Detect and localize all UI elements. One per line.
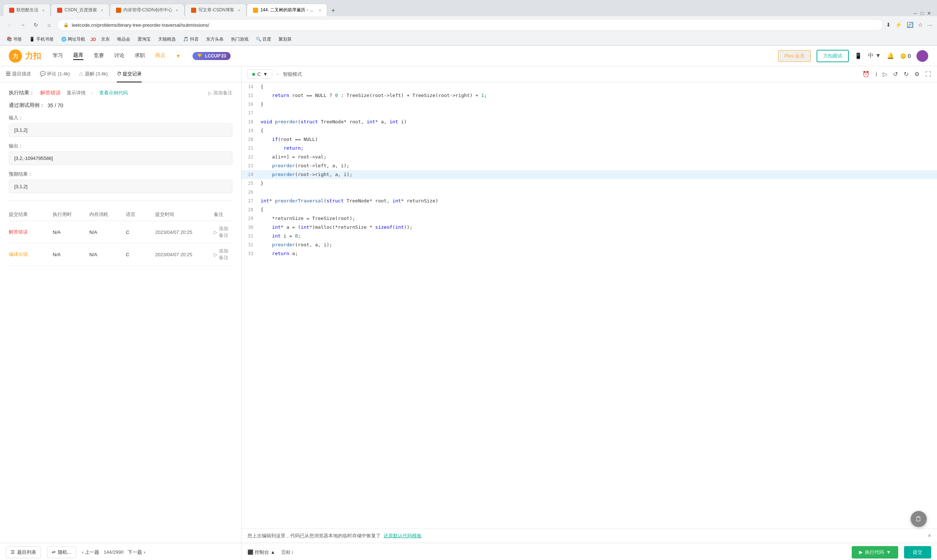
- row1-submitted: 2023/04/07 20:25: [155, 229, 214, 235]
- new-tab-button[interactable]: +: [328, 5, 338, 16]
- address-input[interactable]: 🔒 leetcode.cn/problems/binary-tree-preor…: [57, 19, 883, 31]
- forward-button[interactable]: →: [18, 20, 28, 30]
- fullscreen-icon[interactable]: ⛶: [925, 71, 931, 78]
- expected-section: 预期结果： [3,1,2]: [9, 171, 232, 193]
- logo-icon: 力: [9, 49, 22, 63]
- bookmark-nav[interactable]: 🌐 网址导航: [59, 35, 88, 43]
- update-icon[interactable]: 🔄: [906, 22, 914, 28]
- problem-list-button[interactable]: ☰ 题目列表: [6, 546, 41, 558]
- solutions-icon: △: [79, 71, 83, 77]
- lang-selector-icon[interactable]: 中 ▼: [868, 52, 881, 60]
- tab-comments[interactable]: 💬 评论 (1.4k): [40, 66, 70, 82]
- bookmarks-bar: 📚 书签 📱 手机书签 🌐 网址导航 JD 京东 唯品会 爱淘宝 天猫精选 🎵 …: [0, 34, 937, 45]
- console-button[interactable]: ⬛ 控制台 ▲: [248, 549, 275, 555]
- nav-study[interactable]: 学习: [53, 52, 63, 60]
- close-button[interactable]: ✕: [927, 11, 931, 16]
- random-icon: ⇌: [52, 549, 55, 555]
- play-icon[interactable]: ▷: [883, 71, 887, 78]
- list-icon: ☰: [11, 549, 15, 555]
- tab-close-3[interactable]: ×: [176, 8, 178, 12]
- panel-tabs: ☰ 题目描述 💬 评论 (1.4k) △ 题解 (3.4k) ⏱ 提交记录: [0, 66, 241, 82]
- row2-status[interactable]: 编译出错: [9, 251, 53, 258]
- tab-close-4[interactable]: ×: [238, 8, 240, 12]
- nav-discuss[interactable]: 讨论: [114, 52, 125, 60]
- maximize-button[interactable]: □: [920, 11, 923, 16]
- favorites-icon[interactable]: ☆: [918, 22, 923, 28]
- row2-note[interactable]: ▷ 添加备注: [214, 248, 232, 261]
- phone-icon[interactable]: 📱: [855, 52, 862, 59]
- prev-button[interactable]: ‹ 上一题: [82, 549, 99, 555]
- avatar[interactable]: [917, 50, 928, 62]
- nav-contest[interactable]: 竞赛: [94, 52, 104, 60]
- bookmark-vip[interactable]: 唯品会: [115, 35, 132, 43]
- add-note-btn[interactable]: ▷ 添加备注: [208, 90, 232, 96]
- bookmark-eastmoney[interactable]: 东方头条: [204, 35, 226, 43]
- settings-icon[interactable]: ⋯: [927, 22, 932, 28]
- tab-3[interactable]: 内容管理-CSDN创作中心 ×: [110, 4, 185, 16]
- bookmark-taobao[interactable]: 爱淘宝: [135, 35, 153, 43]
- run-code-button[interactable]: ▶ 执行代码 ▼: [852, 546, 898, 558]
- bookmark-tmall[interactable]: 天猫精选: [156, 35, 178, 43]
- notification-link[interactable]: 还原默认代码模板: [383, 532, 422, 539]
- plus-button[interactable]: Plus 会员: [778, 50, 811, 62]
- info-icon[interactable]: i: [875, 71, 877, 78]
- extension-icon[interactable]: ⚡: [895, 22, 902, 28]
- nav-problems[interactable]: 题库: [73, 52, 83, 60]
- undo-icon[interactable]: ↺: [893, 71, 898, 78]
- bookmark-baidu[interactable]: 🔍 百度: [254, 35, 274, 43]
- view-code-link[interactable]: 查看示例代码: [99, 90, 128, 96]
- code-line-14: 14 {: [242, 82, 937, 91]
- tab-close-5[interactable]: ×: [319, 8, 321, 12]
- home-button[interactable]: ⌂: [44, 20, 54, 30]
- tab-5[interactable]: 144. 二叉树的前序遍历 - 力扣 (L... ×: [247, 4, 327, 16]
- line-content-33: return a;: [259, 249, 937, 258]
- bookmark-douyin[interactable]: 🎵 抖音: [181, 35, 201, 43]
- tab-1[interactable]: 联想酷生活 ×: [3, 4, 51, 16]
- tab-problem-desc[interactable]: ☰ 题目描述: [6, 66, 31, 82]
- back-button[interactable]: ←: [5, 20, 15, 30]
- tab-4[interactable]: 写文章-CSDN博客 ×: [185, 4, 246, 16]
- bookmark-juhuasuan[interactable]: 聚划算: [276, 35, 294, 43]
- nav-jobs[interactable]: 求职: [135, 52, 145, 60]
- tab-solutions[interactable]: △ 题解 (3.4k): [79, 66, 108, 82]
- tab-submissions[interactable]: ⏱ 提交记录: [117, 66, 142, 82]
- settings2-icon[interactable]: ⚙: [914, 71, 919, 78]
- logo[interactable]: 力 力扣: [9, 49, 41, 63]
- tab-2[interactable]: CSDN_百度搜索 ×: [51, 4, 109, 16]
- random-button[interactable]: ⇌ 随机...: [47, 546, 76, 558]
- contribute-button[interactable]: 贡献 i: [281, 549, 293, 555]
- bookmark-mobile[interactable]: 📱 手机书签: [27, 35, 55, 43]
- code-editor[interactable]: 14 { 15 return root == NULL ? 0 : TreeSi…: [242, 82, 937, 529]
- bookmark-jd[interactable]: 京东: [99, 35, 112, 43]
- row1-status[interactable]: 解答错误: [9, 229, 53, 235]
- tab-label-1: 联想酷生活: [17, 7, 38, 13]
- bookmark-games[interactable]: 热门游戏: [229, 35, 251, 43]
- submit-button[interactable]: 提交: [904, 546, 931, 558]
- tab-close-1[interactable]: ×: [42, 8, 44, 12]
- nav-store[interactable]: 商店: [155, 52, 165, 60]
- bookmark-books[interactable]: 📚 书签: [5, 35, 24, 43]
- language-selector[interactable]: C ▼: [248, 69, 272, 79]
- bottom-bar-right: ⬛ 控制台 ▲ 贡献 i ▶ 执行代码 ▼ 提交: [242, 543, 937, 560]
- nav-right: Plus 会员 力扣面试 📱 中 ▼ 🔔 🪙 0: [778, 50, 928, 62]
- bell-icon[interactable]: 🔔: [887, 52, 894, 59]
- run-dropdown-icon: ▼: [886, 549, 891, 555]
- interview-button[interactable]: 力扣面试: [817, 50, 849, 62]
- result-row: 执行结果： 解答错误 显示详情 › 查看示例代码 ▷ 添加备注: [9, 90, 232, 96]
- row1-note[interactable]: ▷ 添加备注: [214, 225, 232, 238]
- download-icon[interactable]: ⬇: [886, 22, 891, 28]
- clipboard-float-button[interactable]: 🗒: [911, 511, 927, 527]
- row2-submitted: 2023/04/07 20:25: [155, 252, 214, 257]
- passed-label: 通过测试用例：: [9, 102, 45, 109]
- minimize-button[interactable]: ─: [914, 11, 917, 16]
- result-status[interactable]: 解答错误: [40, 90, 61, 96]
- tab-close-2[interactable]: ×: [101, 8, 103, 12]
- alarm-icon[interactable]: ⏰: [862, 71, 870, 78]
- next-button[interactable]: 下一题 ›: [128, 549, 145, 555]
- result-detail[interactable]: 显示详情: [67, 90, 86, 96]
- reload-button[interactable]: ↻: [31, 20, 41, 30]
- lccup-badge[interactable]: 🏆 LCCUP'23: [192, 52, 231, 60]
- notification-close-button[interactable]: ×: [928, 532, 931, 539]
- next-label: 下一题: [128, 549, 142, 555]
- redo-icon[interactable]: ↻: [904, 71, 908, 78]
